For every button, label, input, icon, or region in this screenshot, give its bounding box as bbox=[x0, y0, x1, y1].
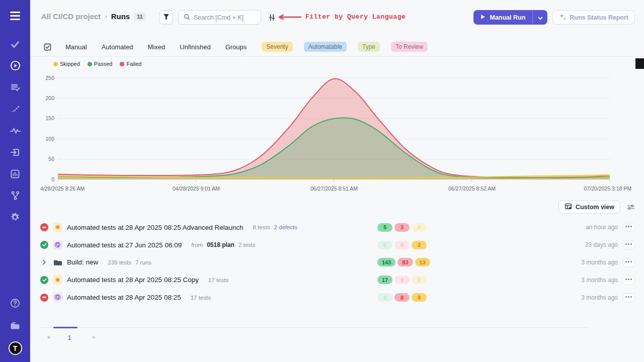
result-badges: 002 bbox=[377, 241, 427, 249]
more-button[interactable]: ••• bbox=[623, 293, 635, 302]
legend-item-skipped[interactable]: Skipped bbox=[53, 61, 80, 67]
x-tick-label: 4/28/2025 8:26 AM bbox=[40, 186, 85, 192]
pill-to-review[interactable]: To Review bbox=[391, 42, 428, 52]
run-row[interactable]: ✺ Automated tests at 28 Apr 2025 08:25 C… bbox=[40, 271, 635, 289]
tab-automated[interactable]: Automated bbox=[102, 43, 133, 51]
legend-item-passed[interactable]: Passed bbox=[88, 61, 113, 67]
run-row[interactable]: ✺ Automated tests at 28 Apr 2025 08:25 A… bbox=[40, 219, 635, 236]
legend-item-failed[interactable]: Failed bbox=[120, 61, 141, 67]
list-check-icon bbox=[10, 82, 20, 95]
sidebar-item-milestones[interactable] bbox=[7, 102, 24, 118]
qase-run-icon: Ⓠ bbox=[53, 293, 62, 302]
sidebar-item-help[interactable] bbox=[7, 296, 24, 312]
breadcrumb: All CI/CD project › Runs 11 bbox=[41, 12, 146, 21]
result-badges: 1438313 bbox=[377, 258, 430, 266]
failed-status-icon bbox=[40, 223, 48, 231]
filter-button[interactable] bbox=[159, 10, 173, 25]
svg-text:150: 150 bbox=[45, 115, 54, 121]
page-title: Runs bbox=[111, 12, 130, 21]
run-title[interactable]: Automated tests at 27 Jun 2025 06:09 bbox=[67, 241, 182, 249]
failed-count-badge: 8 bbox=[394, 293, 410, 302]
sidebar-nav bbox=[7, 37, 24, 226]
sidebar-item-defects[interactable] bbox=[7, 124, 24, 139]
run-row[interactable]: Ⓠ Automated tests at 28 Apr 2025 08:25 1… bbox=[40, 289, 635, 306]
manual-run-button[interactable]: Manual Run bbox=[473, 10, 532, 25]
run-title[interactable]: Automated tests at 28 Apr 2025 08:25 Adv… bbox=[67, 224, 244, 231]
run-meta-text: 2 tests bbox=[238, 242, 256, 248]
group-folder-icon bbox=[53, 257, 62, 267]
sidebar-item-settings[interactable] bbox=[7, 210, 24, 226]
x-tick-label: 07/20/2025 3:18 PM bbox=[584, 186, 631, 192]
pill-type[interactable]: Type bbox=[358, 42, 380, 52]
sidebar-item-projects[interactable] bbox=[7, 319, 24, 334]
run-meta: 17 tests bbox=[208, 277, 228, 283]
more-button[interactable]: ••• bbox=[623, 240, 635, 249]
custom-view-button[interactable]: Custom view bbox=[558, 200, 620, 214]
expand-chevron-icon[interactable] bbox=[40, 259, 48, 265]
pagination: « 1 » bbox=[40, 327, 589, 341]
sidebar-item-runs[interactable] bbox=[7, 59, 24, 74]
annotation-filter-by-ql: Filter by Query Language bbox=[278, 13, 406, 21]
search-icon bbox=[184, 13, 190, 22]
run-time: 23 days ago bbox=[585, 241, 618, 248]
play-icon bbox=[480, 14, 486, 21]
query-language-filter-icon[interactable] bbox=[268, 14, 276, 23]
folder-icon bbox=[10, 321, 21, 333]
automation-spark-icon: ✺ bbox=[53, 223, 62, 232]
passed-count-badge: 5 bbox=[377, 223, 392, 232]
pagination-prev[interactable]: « bbox=[40, 334, 57, 341]
sidebar-item-test-plans[interactable] bbox=[7, 80, 24, 96]
tab-unfinished[interactable]: Unfinished bbox=[180, 43, 210, 51]
scrollbar-thumb[interactable] bbox=[635, 58, 644, 69]
tab-mixed[interactable]: Mixed bbox=[148, 43, 166, 51]
search-input[interactable] bbox=[194, 14, 254, 21]
defects-link[interactable]: 2 defects bbox=[274, 224, 297, 230]
run-title[interactable]: Automated tests at 28 Apr 2025 08:25 Cop… bbox=[67, 276, 199, 284]
pill-severity[interactable]: Severity bbox=[262, 42, 292, 52]
legend-label: Failed bbox=[126, 61, 141, 67]
more-button[interactable]: ••• bbox=[623, 276, 635, 285]
run-meta: from0518 plan2 tests bbox=[191, 241, 256, 248]
app-logo[interactable]: T bbox=[9, 341, 22, 355]
sidebar-item-analytics[interactable] bbox=[7, 167, 24, 183]
pagination-page-1[interactable]: 1 bbox=[57, 334, 82, 341]
run-tabs: Manual Automated Mixed Unfinished Groups bbox=[65, 43, 247, 51]
run-meta-text: 239 tests bbox=[108, 259, 131, 265]
result-badges: 089 bbox=[377, 293, 427, 302]
run-meta: 239 tests7 runs bbox=[108, 259, 151, 265]
run-meta: 8 tests2 defects bbox=[253, 224, 298, 230]
passed-status-icon bbox=[40, 276, 48, 284]
sidebar-item-inbox[interactable] bbox=[7, 145, 24, 161]
run-meta-text: 0518 plan bbox=[207, 241, 234, 248]
more-button[interactable]: ••• bbox=[623, 258, 635, 267]
run-title[interactable]: Build: new bbox=[67, 258, 98, 266]
menu-icon[interactable] bbox=[7, 8, 24, 23]
runs-status-report-button[interactable]: Runs Status Report bbox=[552, 10, 635, 25]
passed-count-badge: 0 bbox=[377, 241, 392, 249]
legend-dot-icon bbox=[53, 62, 58, 66]
funnel-icon bbox=[163, 13, 170, 22]
display-settings-icon[interactable] bbox=[627, 204, 635, 211]
search-box[interactable] bbox=[178, 10, 261, 25]
tab-manual[interactable]: Manual bbox=[65, 43, 87, 51]
runs-status-report-label: Runs Status Report bbox=[570, 14, 628, 21]
run-title[interactable]: Automated tests at 28 Apr 2025 08:25 bbox=[67, 294, 181, 301]
passed-count-badge: 17 bbox=[377, 276, 392, 284]
svg-text:0: 0 bbox=[51, 176, 54, 183]
run-meta-text: from bbox=[191, 242, 203, 248]
passed-count-badge: 0 bbox=[377, 293, 392, 302]
failed-count-badge: 83 bbox=[397, 258, 413, 266]
breadcrumb-project[interactable]: All CI/CD project bbox=[41, 12, 101, 21]
sidebar-item-workflows[interactable] bbox=[7, 189, 24, 204]
sidebar-item-tests[interactable] bbox=[7, 37, 24, 53]
more-button[interactable]: ••• bbox=[623, 223, 635, 232]
pagination-next[interactable]: » bbox=[82, 334, 106, 341]
run-row-group[interactable]: Build: new 239 tests7 runs 1438313 3 mon… bbox=[40, 254, 635, 272]
run-row[interactable]: Ⓠ Automated tests at 27 Jun 2025 06:09 f… bbox=[40, 236, 635, 254]
failed-status-icon bbox=[40, 294, 48, 302]
manual-run-dropdown-button[interactable] bbox=[532, 10, 547, 25]
run-time: 3 months ago bbox=[581, 277, 618, 284]
pill-automatable[interactable]: Automatable bbox=[304, 42, 347, 52]
select-all-icon[interactable] bbox=[43, 43, 52, 51]
tab-groups[interactable]: Groups bbox=[225, 43, 247, 51]
